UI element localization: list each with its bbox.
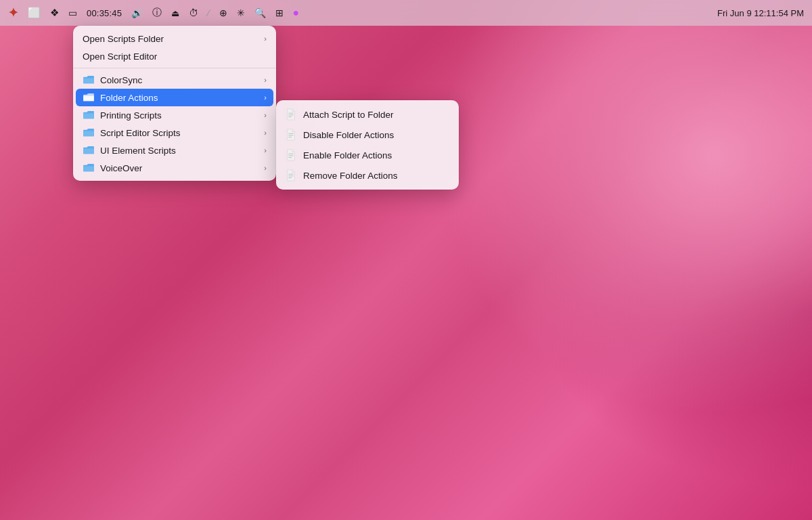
remove-folder-actions-doc-icon bbox=[286, 169, 298, 182]
ui-element-scripts-label: UI Element Scripts bbox=[100, 146, 258, 156]
disable-folder-actions-doc-icon bbox=[286, 128, 298, 142]
window-icon[interactable]: ⬜ bbox=[28, 7, 41, 19]
menu-item-folder-actions[interactable]: Folder Actions › bbox=[76, 89, 273, 106]
folder-actions-folder-icon bbox=[83, 93, 95, 102]
printing-scripts-arrow: › bbox=[264, 111, 267, 119]
attach-script-doc-icon bbox=[286, 108, 298, 121]
printing-scripts-folder-icon bbox=[83, 110, 95, 120]
script-editor-scripts-folder-icon bbox=[83, 128, 95, 137]
voiceover-folder-icon bbox=[83, 163, 95, 173]
scripts-menu-icon[interactable]: ✦ bbox=[8, 5, 18, 20]
primary-menu: Open Scripts Folder › Open Script Editor… bbox=[73, 26, 276, 181]
desktop: ✦ ⬜ ❖ ▭ 00:35:45 🔊 ⓘ ⏏ ⏱ ⁄ ⊕ ✳ 🔍 bbox=[0, 0, 812, 520]
menubar-right: Fri Jun 9 12:11:54 PM bbox=[717, 8, 804, 18]
menu-separator-1 bbox=[73, 68, 276, 68]
script-editor-scripts-label: Script Editor Scripts bbox=[100, 128, 258, 138]
ui-element-scripts-arrow: › bbox=[264, 146, 267, 154]
ui-element-scripts-folder-icon bbox=[83, 146, 95, 155]
battery-time: 00:35:45 bbox=[87, 8, 122, 18]
menu-item-open-scripts-folder[interactable]: Open Scripts Folder › bbox=[73, 30, 276, 47]
menu-item-attach-script[interactable]: Attach Script to Folder bbox=[276, 104, 459, 125]
open-scripts-folder-label: Open Scripts Folder bbox=[83, 34, 258, 44]
secondary-menu: Attach Script to Folder Disable Folder A… bbox=[276, 100, 459, 190]
menu-item-enable-folder-actions[interactable]: Enable Folder Actions bbox=[276, 145, 459, 165]
disable-folder-actions-label: Disable Folder Actions bbox=[303, 130, 449, 140]
voiceover-label: VoiceOver bbox=[100, 163, 258, 173]
folder-actions-arrow: › bbox=[264, 93, 267, 102]
menu-item-colorsync[interactable]: ColorSync › bbox=[73, 71, 276, 89]
slash-icon[interactable]: ⁄ bbox=[208, 7, 209, 18]
enable-folder-actions-doc-icon bbox=[286, 148, 298, 162]
colorsync-folder-icon bbox=[83, 75, 95, 85]
bluetooth-icon[interactable]: ✳ bbox=[237, 7, 245, 18]
open-scripts-folder-arrow: › bbox=[264, 35, 267, 43]
vector-icon[interactable]: ❖ bbox=[50, 7, 59, 19]
colorsync-label: ColorSync bbox=[100, 75, 258, 85]
account-icon[interactable]: ⊕ bbox=[219, 7, 227, 18]
volume-icon[interactable]: 🔊 bbox=[131, 7, 143, 18]
remove-folder-actions-label: Remove Folder Actions bbox=[303, 171, 449, 181]
menu-item-ui-element-scripts[interactable]: UI Element Scripts › bbox=[73, 142, 276, 159]
siri-icon[interactable]: ● bbox=[293, 7, 300, 19]
colorsync-arrow: › bbox=[264, 76, 267, 84]
eject-icon[interactable]: ⏏ bbox=[171, 8, 179, 18]
menu-item-disable-folder-actions[interactable]: Disable Folder Actions bbox=[276, 125, 459, 145]
timemachine-icon[interactable]: ⏱ bbox=[189, 7, 198, 18]
menubar-left: ✦ ⬜ ❖ ▭ 00:35:45 🔊 ⓘ ⏏ ⏱ ⁄ ⊕ ✳ 🔍 bbox=[8, 5, 299, 20]
attach-script-label: Attach Script to Folder bbox=[303, 110, 449, 120]
menu-item-script-editor-scripts[interactable]: Script Editor Scripts › bbox=[73, 124, 276, 142]
menubar-datetime: Fri Jun 9 12:11:54 PM bbox=[717, 8, 804, 18]
info-icon[interactable]: ⓘ bbox=[152, 7, 162, 19]
control-center-icon[interactable]: ⊞ bbox=[275, 7, 284, 18]
menu-item-printing-scripts[interactable]: Printing Scripts › bbox=[73, 106, 276, 124]
enable-folder-actions-label: Enable Folder Actions bbox=[303, 150, 449, 160]
script-editor-scripts-arrow: › bbox=[264, 129, 267, 137]
printing-scripts-label: Printing Scripts bbox=[100, 110, 258, 121]
open-script-editor-label: Open Script Editor bbox=[83, 51, 267, 62]
battery-icon[interactable]: ▭ bbox=[68, 7, 77, 18]
folder-actions-label: Folder Actions bbox=[100, 93, 258, 103]
search-icon[interactable]: 🔍 bbox=[254, 7, 266, 18]
menu-item-open-script-editor[interactable]: Open Script Editor bbox=[73, 47, 276, 65]
menu-item-voiceover[interactable]: VoiceOver › bbox=[73, 159, 276, 177]
menubar: ✦ ⬜ ❖ ▭ 00:35:45 🔊 ⓘ ⏏ ⏱ ⁄ ⊕ ✳ 🔍 bbox=[0, 0, 812, 26]
voiceover-arrow: › bbox=[264, 164, 267, 172]
menu-item-remove-folder-actions[interactable]: Remove Folder Actions bbox=[276, 165, 459, 186]
